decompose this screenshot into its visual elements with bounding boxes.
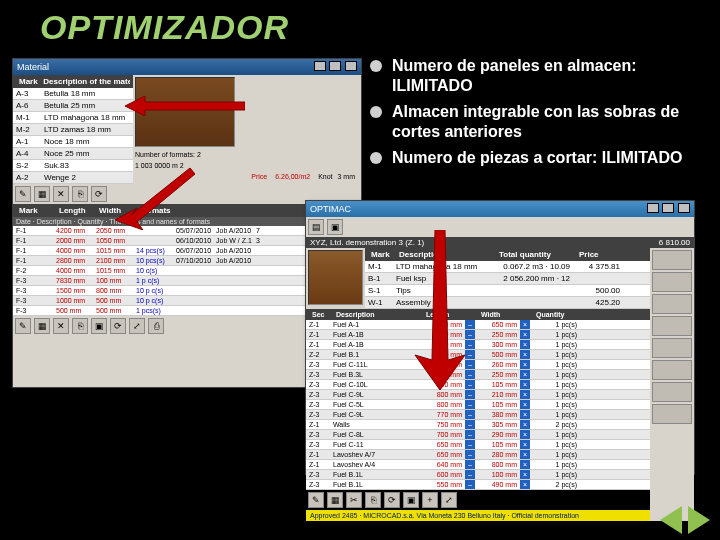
side-tool-icon[interactable]	[652, 272, 692, 292]
tool-icon[interactable]: ⟳	[110, 318, 126, 334]
tool-icon[interactable]: ⤢	[441, 492, 457, 508]
tool-icon[interactable]: ▦	[34, 186, 50, 202]
side-tool-icon[interactable]	[652, 360, 692, 380]
tool-icon[interactable]: ▤	[308, 219, 324, 235]
tool-icon[interactable]: ▣	[403, 492, 419, 508]
table-row[interactable]: B-1Fuel ksp2 056.200 mm · 12	[365, 273, 650, 285]
table-row[interactable]: Z-3Fuel B.3L900 mm–250 mm×1 pc(s)	[306, 370, 650, 380]
table-row[interactable]: Z-3Fuel C-11650 mm–105 mm×1 pc(s)	[306, 440, 650, 450]
material-swatch	[308, 250, 363, 305]
side-tool-icon[interactable]	[652, 382, 692, 402]
knot-value: 3 mm	[338, 173, 356, 180]
table-row[interactable]: Z-3Fuel B.1L600 mm–100 mm×1 pc(s)	[306, 470, 650, 480]
bullet-list: Numero de paneles en almacen: ILIMITADO …	[370, 56, 700, 174]
c: Sec	[309, 310, 333, 319]
arrow-icon	[410, 230, 470, 390]
minimize-button[interactable]	[314, 61, 326, 71]
toolbar-bottom: ✎ ▦ ✂ ⎘ ⟳ ▣ + ⤢	[306, 490, 650, 510]
tool-icon[interactable]: ▦	[327, 492, 343, 508]
table-row[interactable]: A-1Noce 18 mm	[13, 136, 133, 148]
table-row[interactable]: Z-3Fuel C-11L900 mm–260 mm×1 pc(s)	[306, 360, 650, 370]
window-title: OPTIMAC	[310, 204, 351, 214]
table-row[interactable]: Z-1Fuel A-1B1150 mm–300 mm×1 pc(s)	[306, 340, 650, 350]
table-row[interactable]: Z-1Fuel A-1B1100 mm–250 mm×1 pc(s)	[306, 330, 650, 340]
maximize-button[interactable]	[329, 61, 341, 71]
tool-icon[interactable]: ⎘	[365, 492, 381, 508]
table-row[interactable]: A-6Betulla 25 mm	[13, 100, 133, 112]
window-title: Material	[17, 62, 49, 72]
table-row[interactable]: S-1Tips500.00	[365, 285, 650, 297]
tool-icon[interactable]: ✂	[346, 492, 362, 508]
minimize-button[interactable]	[647, 203, 659, 213]
side-tool-icon[interactable]	[652, 250, 692, 270]
table-row[interactable]: Z-2Fuel B.11000 mm–500 mm×1 pc(s)	[306, 350, 650, 360]
table-row[interactable]: Z-3Fuel C-5L800 mm–105 mm×1 pc(s)	[306, 400, 650, 410]
window-buttons	[313, 61, 357, 73]
job-info: XYZ, Ltd. demonstration 3 (Z. 1) 6 810.0…	[306, 237, 694, 248]
c: Total quantity	[496, 249, 576, 260]
close-button[interactable]	[345, 61, 357, 71]
tool-icon[interactable]: ⤢	[129, 318, 145, 334]
arrow-icon	[125, 96, 245, 116]
table-row[interactable]: Z-1Fuel A-11500 mm–650 mm×1 pc(s)	[306, 320, 650, 330]
job-total: 6 810.00	[659, 238, 690, 247]
tool-icon[interactable]: +	[422, 492, 438, 508]
window-buttons	[646, 203, 690, 215]
num-formats-label: Number of formats: 2	[133, 149, 361, 160]
table-row[interactable]: A-4Noce 25 mm	[13, 148, 133, 160]
c: Width	[478, 310, 533, 319]
job-title: XYZ, Ltd. demonstration 3 (Z. 1)	[310, 238, 424, 247]
page-title: OPTIMIZADOR	[40, 8, 289, 47]
table-row[interactable]: Z-1Walls750 mm–305 mm×2 pc(s)	[306, 420, 650, 430]
tool-icon[interactable]: ✎	[308, 492, 324, 508]
table-row[interactable]: Z-1Lavoshev A/7650 mm–280 mm×1 pc(s)	[306, 450, 650, 460]
side-tool-icon[interactable]	[652, 404, 692, 424]
tool-icon[interactable]: ✕	[53, 318, 69, 334]
price-value: 6.26,00/m2	[275, 173, 310, 180]
status-bar: Approved 2485 · MICROCAD.s.a. Via Moneta…	[306, 510, 650, 521]
table-row[interactable]: Z-3Fuel C-9L800 mm–210 mm×1 pc(s)	[306, 390, 650, 400]
table-row[interactable]: Z-1Lavoshev A/4640 mm–800 mm×1 pc(s)	[306, 460, 650, 470]
knot-label: Knot	[318, 173, 332, 180]
table-row[interactable]: M-2LTD zamas 18 mm	[13, 124, 133, 136]
table-row[interactable]: Z-3Fuel C-10L800 mm–105 mm×1 pc(s)	[306, 380, 650, 390]
table-row[interactable]: Z-3Fuel B.1L550 mm–490 mm×2 pc(s)	[306, 480, 650, 490]
table-row[interactable]: W-1Assembly425.20	[365, 297, 650, 309]
tool-icon[interactable]: ✕	[53, 186, 69, 202]
table-row[interactable]: Z-3Fuel C-8L700 mm–290 mm×1 pc(s)	[306, 430, 650, 440]
bullet-item: Numero de paneles en almacen: ILIMITADO	[370, 56, 700, 96]
titlebar[interactable]: OPTIMAC	[306, 201, 694, 217]
tool-icon[interactable]: ▣	[91, 318, 107, 334]
close-button[interactable]	[678, 203, 690, 213]
c: Price	[576, 249, 626, 260]
tool-icon[interactable]: ✎	[15, 318, 31, 334]
tool-icon[interactable]: ⎘	[72, 318, 88, 334]
side-toolbar	[650, 248, 694, 521]
label: Number of formats:	[135, 151, 195, 158]
arrow-icon	[115, 160, 195, 230]
prev-button[interactable]	[660, 506, 682, 534]
bullet-item: Numero de piezas a cortar: ILIMITADO	[370, 148, 700, 168]
tool-icon[interactable]: ⎘	[72, 186, 88, 202]
material-header: Mark Description of the material	[13, 75, 133, 88]
maximize-button[interactable]	[662, 203, 674, 213]
price-label: Price	[251, 173, 267, 180]
tool-icon[interactable]: ⟳	[91, 186, 107, 202]
side-tool-icon[interactable]	[652, 316, 692, 336]
tool-icon[interactable]: ⎙	[148, 318, 164, 334]
slide-nav	[660, 506, 710, 534]
tool-icon[interactable]: ▦	[34, 318, 50, 334]
side-tool-icon[interactable]	[652, 294, 692, 314]
tool-icon[interactable]: ⟳	[384, 492, 400, 508]
toolbar-top: ▤ ▣	[306, 217, 694, 237]
table-row[interactable]: Z-3Fuel C-9L770 mm–380 mm×1 pc(s)	[306, 410, 650, 420]
table-row[interactable]: M-1LTD mahagona 18 mm0.067.2 m3 · 10.094…	[365, 261, 650, 273]
tool-icon[interactable]: ▣	[327, 219, 343, 235]
titlebar[interactable]: Material	[13, 59, 361, 75]
side-tool-icon[interactable]	[652, 338, 692, 358]
table-row[interactable]: A-3Betulla 18 mm	[13, 88, 133, 100]
tool-icon[interactable]: ✎	[15, 186, 31, 202]
cut-list: Sec Description Length Width Quantity Z-…	[306, 309, 650, 490]
table-row[interactable]: M-1LTD mahagona 18 mm	[13, 112, 133, 124]
next-button[interactable]	[688, 506, 710, 534]
